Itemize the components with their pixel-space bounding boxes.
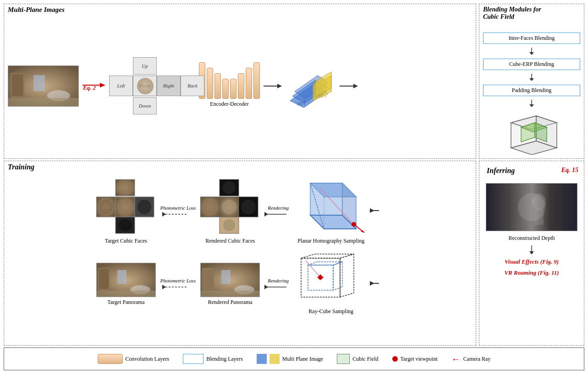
svg-rect-2 bbox=[12, 74, 23, 96]
cube-face-right: Right bbox=[157, 76, 181, 96]
eq2-label: Eq. 2 bbox=[83, 84, 96, 92]
cube-face-up: Up bbox=[133, 57, 157, 75]
inferring-header: Inferring Eq. 15 bbox=[483, 165, 580, 174]
blend-arrow-2 bbox=[483, 74, 580, 81]
legend-viewpoint: Target viewpoint bbox=[392, 356, 438, 363]
vr-roaming-label: VR Roaming (Fig. 11) bbox=[504, 269, 559, 276]
ray-cube-viz bbox=[297, 254, 365, 306]
padding-blending: Padding Blending bbox=[483, 85, 580, 96]
svg-point-43 bbox=[137, 200, 151, 214]
legend-mpi-blue-shape bbox=[257, 354, 267, 364]
pano-image-col bbox=[8, 65, 79, 107]
eq15-label: Eq. 15 bbox=[561, 167, 578, 174]
encoder-columns bbox=[199, 62, 260, 99]
legend-viewpoint-label: Target viewpoint bbox=[401, 356, 438, 363]
legend-camera: ← Camera Ray bbox=[451, 354, 491, 363]
legend-mpi-yellow-shape bbox=[269, 354, 280, 364]
rendering-arrow-1: Rendering bbox=[264, 205, 292, 218]
ray-cube-label: Ray-Cube Sampling bbox=[308, 308, 353, 315]
svg-rect-82 bbox=[202, 268, 214, 291]
target-panorama-col: Target Panorama bbox=[96, 263, 156, 306]
legend-cubic-label: Cubic Field bbox=[352, 356, 378, 363]
cube-face-back: Back bbox=[181, 76, 204, 96]
cubic-field-box bbox=[483, 109, 580, 155]
arrow-from-blending-2 bbox=[370, 279, 384, 290]
rendered-cubic-col: Rendered Cubic Faces bbox=[200, 179, 260, 244]
svg-point-37 bbox=[118, 182, 132, 194]
svg-text:F: F bbox=[304, 99, 306, 103]
photometric-label-2: Photometric Loss bbox=[160, 278, 196, 283]
arrow-to-mpi bbox=[264, 81, 282, 91]
target-cubic-faces bbox=[96, 179, 156, 236]
svg-point-98 bbox=[318, 275, 323, 280]
training-row2: Target Panorama Photometric Loss bbox=[8, 254, 472, 315]
inter-faces-blending: Inter-Faces Blending bbox=[483, 33, 580, 44]
legend-camera-label: Camera Ray bbox=[463, 356, 491, 363]
planar-homography-label: Planar Homography Sampling bbox=[297, 238, 364, 244]
svg-rect-85 bbox=[201, 291, 260, 297]
svg-text:A: A bbox=[325, 92, 328, 96]
planar-homography-viz bbox=[297, 179, 365, 236]
target-panorama-img bbox=[96, 263, 156, 297]
legend-section: Convolution Layers Blending Layers Multi… bbox=[4, 347, 584, 370]
legend-cubic: Cubic Field bbox=[337, 354, 378, 364]
depth-image bbox=[486, 183, 577, 231]
rendering-arrow-2: Rendering bbox=[264, 278, 292, 291]
cube-erp-blending: Cube-ERP Blending bbox=[483, 59, 580, 70]
top-section: Multi-Plane Images bbox=[4, 4, 584, 159]
visual-effects-label: Visual Effects (Fig. 9) bbox=[505, 258, 559, 266]
legend-arrow-shape: ← bbox=[451, 354, 461, 363]
mpi-title: Multi-Plane Images bbox=[8, 6, 65, 14]
training-panel: Training bbox=[4, 161, 476, 346]
legend-mpi-label: Multi Plane Image bbox=[282, 356, 323, 363]
training-row1: Target Cubic Faces Photometric Loss bbox=[8, 179, 472, 244]
rendered-panorama-label: Rendered Panorama bbox=[208, 299, 253, 306]
legend-blend: Blending Layers bbox=[183, 354, 243, 364]
photometric-label-1: Photometric Loss bbox=[160, 205, 196, 211]
bottom-section: Training bbox=[4, 161, 584, 346]
arrow-to-blending bbox=[340, 81, 358, 91]
rendering-label-1: Rendering bbox=[268, 205, 289, 211]
blending-title: Blending Modules forCubic Field bbox=[483, 6, 541, 21]
svg-point-39 bbox=[99, 200, 113, 214]
svg-marker-47 bbox=[162, 212, 166, 217]
svg-point-45 bbox=[118, 219, 132, 231]
legend-conv-shape bbox=[98, 354, 123, 364]
legend-conv: Convolution Layers bbox=[98, 354, 170, 364]
svg-marker-106 bbox=[529, 251, 534, 255]
svg-point-51 bbox=[203, 200, 217, 214]
svg-point-55 bbox=[241, 200, 256, 214]
cube-face-left: Left bbox=[109, 76, 133, 96]
svg-marker-80 bbox=[162, 285, 166, 289]
depth-label: Reconstructed Depth bbox=[509, 235, 555, 242]
target-panorama-label: Target Panorama bbox=[107, 299, 144, 306]
svg-rect-83 bbox=[221, 270, 231, 284]
photometric-arrow-2: Photometric Loss bbox=[160, 278, 196, 291]
blend-arrow-1 bbox=[483, 48, 580, 55]
svg-point-53 bbox=[222, 200, 236, 214]
rendered-cubic-faces bbox=[200, 179, 260, 236]
encoder-label: Encoder-Decoder bbox=[210, 101, 248, 108]
svg-marker-11 bbox=[277, 84, 282, 88]
rendered-panorama-col: Rendered Panorama bbox=[200, 263, 260, 306]
svg-marker-59 bbox=[264, 212, 268, 217]
svg-marker-26 bbox=[529, 78, 534, 81]
legend-blend-label: Blending Layers bbox=[206, 356, 243, 363]
svg-marker-87 bbox=[264, 285, 268, 289]
rendered-cubic-label: Rendered Cubic Faces bbox=[205, 238, 255, 244]
cube-face-front: Front bbox=[133, 76, 157, 96]
ray-cube-col: Ray-Cube Sampling bbox=[297, 254, 365, 315]
svg-rect-5 bbox=[8, 98, 79, 107]
svg-rect-75 bbox=[99, 269, 109, 289]
planar-homography-col: Planar Homography Sampling bbox=[297, 179, 365, 244]
svg-point-49 bbox=[223, 181, 236, 194]
arrow-from-blending bbox=[370, 206, 384, 217]
cube-face-down: Down bbox=[133, 97, 157, 114]
svg-marker-100 bbox=[370, 281, 374, 286]
svg-marker-28 bbox=[529, 104, 534, 107]
legend-dot-shape bbox=[392, 356, 398, 362]
mpi-visualization: MPI F MPI A bbox=[286, 62, 336, 108]
svg-rect-76 bbox=[117, 270, 126, 284]
panoramic-image bbox=[8, 65, 79, 107]
inferring-content: Reconstructed Depth Visual Effects (Fig.… bbox=[483, 183, 580, 276]
